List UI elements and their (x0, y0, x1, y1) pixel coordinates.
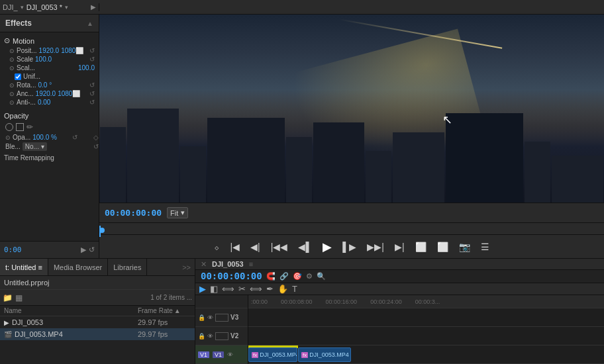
panel-expand-icon[interactable]: >> (182, 263, 195, 271)
tool-ripple[interactable]: ⟺ (222, 284, 234, 294)
clip-dji0053-2[interactable]: fx DJI_0053.MP4 (298, 347, 351, 362)
marker-btn[interactable]: ⬦ (211, 240, 222, 253)
seq-track-v1[interactable]: fx DJI_0053.MP4 fx DJI_0053.MP4 (248, 345, 604, 364)
position-y-value[interactable]: 1080⬜ (61, 47, 83, 54)
seq-search-icon[interactable]: 🔍 (317, 272, 326, 281)
preview-panel: ↖ 00:00:00:00 Fit ▾ ⬦ |◀ ◀| |◀◀ ◀▌ ▶ ▌▶ … (99, 15, 604, 258)
opacity-pen-icon[interactable]: ✏ (26, 122, 33, 132)
tab-dji0053-chevron[interactable]: ▾ (65, 4, 68, 11)
preview-skyline (99, 109, 604, 203)
tab-arrow-right[interactable]: ▶ (91, 3, 96, 11)
project-files-list: Name Frame Rate ▲ ▶ DJI_0053 29.97 fps 🎬… (0, 306, 195, 364)
effects-play-btn[interactable]: ▶ (81, 246, 86, 254)
v2-lock-icon[interactable]: 🔒 (198, 333, 205, 340)
project-toolbar: 📁 ▦ 1 of 2 items ... (0, 290, 195, 306)
v2-patch-icon[interactable] (215, 332, 228, 340)
tab-dji0053[interactable]: DJI_0053 * (26, 3, 62, 11)
tab-libraries[interactable]: Libraries (108, 259, 147, 275)
uniform-scale-checkbox[interactable] (15, 73, 21, 80)
tool-hand[interactable]: ✋ (277, 284, 288, 294)
effects-menu-btn[interactable]: ↺ (89, 246, 95, 254)
tab-untitled[interactable]: t: Untitled ≡ (0, 259, 48, 275)
project-tree-item: Untitled.prproj (4, 279, 49, 287)
rotation-value[interactable]: 0.0 ° (38, 81, 52, 89)
anchor-x-value[interactable]: 1920.0 (36, 90, 56, 97)
clip-dji0053-1[interactable]: fx DJI_0053.MP4 (248, 347, 297, 362)
name-col-header[interactable]: Name (4, 307, 138, 314)
step-back-btn[interactable]: |◀ (227, 240, 242, 253)
opacity-value[interactable]: 100.0 % (32, 134, 57, 141)
antiflicker-value[interactable]: 0.00 (38, 99, 50, 106)
v3-lock-icon[interactable]: 🔒 (198, 314, 205, 321)
motion-label: Motion (13, 37, 34, 45)
antiflicker-reset-icon[interactable]: ↺ (89, 99, 95, 106)
rotation-reset-icon[interactable]: ↺ (89, 81, 95, 89)
position-x-value[interactable]: 1920.0 (39, 47, 60, 54)
seq-settings-icon[interactable]: ⚙ (306, 272, 313, 281)
scale-reset-icon[interactable]: ↺ (89, 56, 95, 63)
scale-u-icon: ⊙ (9, 65, 15, 71)
settings-btn[interactable]: ☰ (478, 240, 492, 253)
v3-eye-icon[interactable]: 👁 (207, 314, 213, 321)
file-name-dji0053: DJI_0053 (12, 318, 138, 326)
proj-new-bin-icon[interactable]: 📁 (3, 293, 13, 302)
seq-link-icon[interactable]: 🔗 (279, 272, 289, 281)
fit-dropdown[interactable]: Fit ▾ (167, 207, 188, 218)
loop-btn[interactable]: ⬜ (413, 240, 429, 253)
tool-pen[interactable]: ✒ (266, 284, 274, 294)
preview-canvas[interactable]: ↖ (99, 15, 604, 203)
seq-close-icon[interactable]: ✕ (201, 260, 207, 269)
tab-untitled-menu[interactable]: ≡ (38, 263, 42, 271)
v1-eye-icon[interactable]: 👁 (227, 351, 233, 358)
tool-razor[interactable]: ✂ (238, 284, 246, 294)
seq-magnet-icon[interactable]: 🧲 (266, 272, 276, 281)
opacity-reset-btn[interactable]: ↺ (72, 134, 77, 141)
blend-reset-icon[interactable]: ↺ (93, 143, 99, 150)
blend-value[interactable]: No... ▾ (23, 142, 47, 151)
motion-group-header[interactable]: ⊙ Motion (4, 35, 95, 46)
tab-dji[interactable]: DJI_ (3, 3, 18, 11)
ruler-t16: 00:00:16:00 (326, 298, 358, 305)
v1-patch-badge[interactable]: V1 (213, 351, 224, 358)
play-btn[interactable]: ▶ (320, 238, 334, 255)
scale-u-value[interactable]: 100.0 (78, 64, 95, 71)
v2-eye-icon[interactable]: 👁 (207, 333, 213, 340)
position-reset-icon[interactable]: ↺ (89, 47, 95, 54)
tool-selection[interactable]: ▶ (199, 284, 206, 294)
safe-margin-btn[interactable]: ⬜ (434, 240, 451, 253)
tool-track-select[interactable]: ◧ (210, 284, 218, 294)
seq-markers-icon[interactable]: 🎯 (293, 272, 302, 281)
seq-menu-icon[interactable]: ≡ (249, 260, 253, 268)
step-fwd-btn[interactable]: ▶| (392, 240, 407, 253)
tool-type[interactable]: T (292, 284, 297, 294)
export-frame-btn[interactable]: 📷 (456, 240, 473, 253)
anchor-y-value[interactable]: 1080⬜ (58, 90, 80, 97)
fps-col-header[interactable]: Frame Rate ▲ (138, 307, 191, 314)
antiflicker-timer-icon: ⊙ (9, 99, 15, 106)
play-fwd-btn[interactable]: ▌▶ (340, 240, 359, 253)
tab-media-browser[interactable]: Media Browser (48, 259, 108, 275)
play-back-btn[interactable]: ◀▌ (295, 240, 315, 253)
preview-playhead-marker (99, 228, 105, 233)
file-row-dji0053mp4[interactable]: 🎬 DJI_0053.MP4 29.97 fps (0, 328, 195, 340)
effects-collapse-icon[interactable]: ▲ (87, 20, 93, 27)
opacity-keyframe-icon[interactable]: ◇ (93, 134, 99, 141)
anchor-label: Anc... (17, 90, 34, 97)
proj-thumb-icon[interactable]: ▦ (15, 293, 23, 302)
tab-dji-chevron[interactable]: ▾ (21, 4, 24, 11)
anchor-reset-icon[interactable]: ↺ (89, 90, 95, 97)
file-row-dji0053[interactable]: ▶ DJI_0053 29.97 fps (0, 316, 195, 328)
opacity-section: Opacity ✏ ⊙ Opa... 100.0 % ↺ ◇ (0, 111, 99, 152)
scale-value[interactable]: 100.0 (35, 56, 52, 63)
anchor-timer-icon: ⊙ (9, 91, 15, 97)
frame-back-btn[interactable]: ◀| (248, 240, 263, 253)
jump-back-btn[interactable]: |◀◀ (268, 240, 291, 253)
tool-slip[interactable]: ⟺ (250, 284, 262, 294)
main-layout: Effects ▲ ⊙ Motion ⊙ Posit... 1920.0 108… (0, 15, 604, 258)
ruler-t24: 00:00:24:00 (370, 298, 402, 305)
v1-active-badge[interactable]: V1 (198, 351, 209, 358)
opacity-circle-shape[interactable] (5, 123, 13, 131)
jump-fwd-btn[interactable]: ▶▶| (364, 240, 387, 253)
v3-patch-icon[interactable] (215, 314, 228, 322)
opacity-rect-shape[interactable] (16, 123, 24, 131)
